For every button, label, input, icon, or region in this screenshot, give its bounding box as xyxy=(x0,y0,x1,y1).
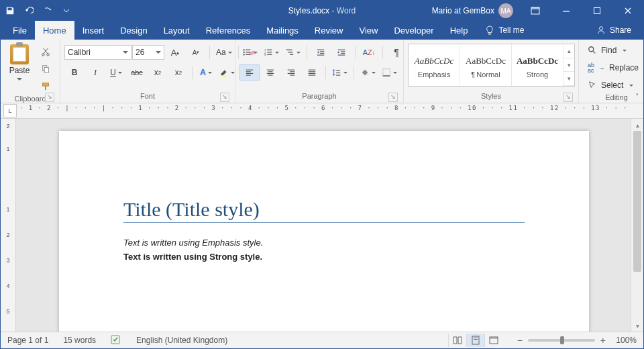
strikethrough-button[interactable]: abc xyxy=(127,64,147,81)
highlight-button[interactable] xyxy=(217,64,237,81)
style-strong[interactable]: AaBbCcDc Strong xyxy=(512,44,564,86)
find-button[interactable]: Find xyxy=(583,42,643,58)
font-dialog-launcher[interactable]: ↘ xyxy=(220,93,229,102)
close-button[interactable] xyxy=(612,1,643,21)
tab-developer[interactable]: Developer xyxy=(386,21,441,40)
tab-selector[interactable]: L xyxy=(3,104,17,117)
copy-button[interactable] xyxy=(36,61,56,77)
tell-me[interactable]: Tell me xyxy=(476,21,533,40)
italic-button[interactable]: I xyxy=(85,64,105,81)
ribbon-display-options-button[interactable] xyxy=(520,1,551,21)
justify-button[interactable] xyxy=(302,64,322,81)
signed-in-user[interactable]: Mario at GemBox xyxy=(432,6,494,15)
shrink-font-button[interactable]: A▾ xyxy=(186,44,206,60)
group-styles: AaBbCcDc Emphasis AaBbCcDc ¶ Normal AaBb… xyxy=(404,40,579,103)
zoom-out-button[interactable]: − xyxy=(517,335,523,346)
word-count[interactable]: 15 words xyxy=(63,336,96,345)
decrease-indent-button[interactable] xyxy=(311,44,331,60)
select-button[interactable]: Select xyxy=(583,77,643,93)
font-name-combo[interactable]: Calibri xyxy=(64,45,131,60)
avatar[interactable]: MA xyxy=(498,3,513,18)
font-size-combo[interactable]: 26 xyxy=(132,45,164,60)
zoom-in-button[interactable]: + xyxy=(600,335,606,346)
cut-button[interactable] xyxy=(36,44,56,60)
scrollbar-thumb[interactable] xyxy=(633,131,641,272)
web-layout-button[interactable] xyxy=(484,334,502,347)
page-count[interactable]: Page 1 of 1 xyxy=(7,336,48,345)
tab-file[interactable]: File xyxy=(5,21,35,40)
align-right-button[interactable] xyxy=(281,64,301,81)
svg-rect-43 xyxy=(267,73,274,74)
tab-references[interactable]: References xyxy=(198,21,258,40)
svg-rect-25 xyxy=(267,54,272,55)
show-paragraph-marks-button[interactable]: ¶ xyxy=(386,44,407,60)
more-icon[interactable]: ▾ xyxy=(564,72,574,86)
increase-indent-button[interactable] xyxy=(331,44,352,60)
collapse-ribbon-button[interactable]: ˄ xyxy=(635,93,639,101)
tab-design[interactable]: Design xyxy=(112,21,155,40)
line-spacing-button[interactable] xyxy=(329,64,350,81)
svg-rect-38 xyxy=(246,71,251,72)
subscript-button[interactable]: x2 xyxy=(148,64,168,81)
chevron-down-icon[interactable]: ▾ xyxy=(564,58,574,72)
text-effects-button[interactable]: A xyxy=(196,64,216,81)
vertical-scrollbar[interactable]: ▴ ▾ xyxy=(631,119,643,332)
vertical-ruler[interactable]: 2 1 1 2 3 4 5 xyxy=(1,119,16,332)
align-left-button[interactable] xyxy=(239,64,260,81)
print-layout-button[interactable] xyxy=(466,334,484,347)
grow-font-button[interactable]: A▴ xyxy=(165,44,185,60)
redo-button[interactable] xyxy=(38,1,57,21)
tab-review[interactable]: Review xyxy=(307,21,352,40)
paragraph-dialog-launcher[interactable]: ↘ xyxy=(388,93,398,102)
chevron-down-icon xyxy=(123,51,128,56)
align-center-button[interactable] xyxy=(260,64,280,81)
page-scroll-area[interactable]: Title (Title style) Text is written usin… xyxy=(16,119,631,332)
style-normal[interactable]: AaBbCcDc ¶ Normal xyxy=(460,44,512,86)
spell-check-status[interactable] xyxy=(111,335,121,346)
doc-strong-line[interactable]: Text is written using Strong style. xyxy=(123,252,525,262)
replace-button[interactable]: abac→Replace xyxy=(583,60,643,76)
language-status[interactable]: English (United Kingdom) xyxy=(136,336,227,345)
bullets-button[interactable] xyxy=(239,44,260,60)
zoom-slider[interactable] xyxy=(528,339,595,342)
minimize-button[interactable] xyxy=(551,1,582,21)
zoom-thumb[interactable] xyxy=(560,336,564,344)
numbering-button[interactable]: 123 xyxy=(261,44,282,60)
read-mode-button[interactable] xyxy=(448,334,466,347)
change-case-button[interactable]: Aa xyxy=(213,44,235,60)
scrollbar-track[interactable] xyxy=(631,131,643,319)
bold-button[interactable]: B xyxy=(64,64,85,81)
share-button[interactable]: Share xyxy=(584,21,643,40)
status-bar: Page 1 of 1 15 words English (United Kin… xyxy=(1,332,643,348)
undo-button[interactable] xyxy=(19,1,38,21)
chevron-up-icon[interactable]: ▴ xyxy=(564,44,574,58)
superscript-button[interactable]: x2 xyxy=(168,64,189,81)
styles-gallery-scroll[interactable]: ▴ ▾ ▾ xyxy=(564,44,574,86)
tab-help[interactable]: Help xyxy=(442,21,476,40)
tab-insert[interactable]: Insert xyxy=(74,21,113,40)
tab-home[interactable]: Home xyxy=(35,21,74,40)
styles-dialog-launcher[interactable]: ↘ xyxy=(564,93,573,102)
horizontal-ruler[interactable]: · 1 · 2 · | · · · | · · · 1 · · · 2 · · … xyxy=(19,105,627,117)
scroll-down-button[interactable]: ▾ xyxy=(631,319,643,332)
shading-button[interactable] xyxy=(358,64,378,81)
style-emphasis[interactable]: AaBbCcDc Emphasis xyxy=(409,44,460,86)
maximize-button[interactable] xyxy=(582,1,612,21)
doc-emphasis-line[interactable]: Text is written using Emphasis style. xyxy=(123,238,525,248)
save-button[interactable] xyxy=(1,1,19,21)
paste-button[interactable]: Paste xyxy=(5,41,34,89)
qat-customize-button[interactable] xyxy=(57,1,76,21)
underline-button[interactable]: U xyxy=(106,64,126,81)
tab-view[interactable]: View xyxy=(351,21,386,40)
page[interactable]: Title (Title style) Text is written usin… xyxy=(59,131,589,332)
borders-button[interactable] xyxy=(379,64,400,81)
doc-title-line[interactable]: Title (Title style) xyxy=(123,198,525,223)
clipboard-dialog-launcher[interactable]: ↘ xyxy=(45,93,54,102)
zoom-level[interactable]: 100% xyxy=(611,336,637,345)
scroll-up-button[interactable]: ▴ xyxy=(631,119,643,131)
multilevel-list-button[interactable] xyxy=(282,44,303,60)
sort-button[interactable]: AZ↓ xyxy=(359,44,379,60)
tab-layout[interactable]: Layout xyxy=(156,21,198,40)
svg-rect-17 xyxy=(246,52,250,52)
tab-mailings[interactable]: Mailings xyxy=(258,21,307,40)
